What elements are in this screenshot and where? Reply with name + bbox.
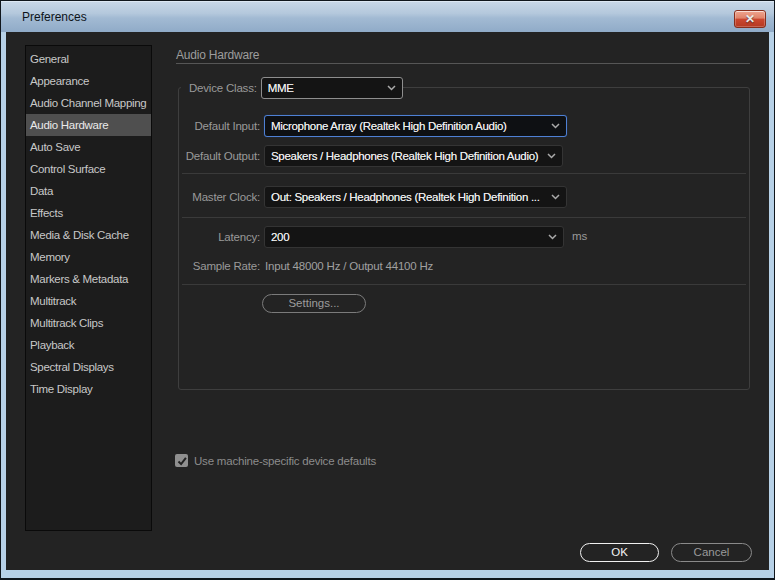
close-button[interactable]: ✕ [734,10,766,28]
master-clock-label: Master Clock: [66,186,260,208]
default-output-label: Default Output: [66,145,260,167]
machine-defaults-label: Use machine-specific device defaults [194,455,376,467]
title-divider [176,63,750,64]
latency-unit: ms [572,230,587,242]
sample-rate-label: Sample Rate: [66,255,260,277]
chevron-down-icon [547,153,556,159]
settings-button[interactable]: Settings... [262,294,366,313]
sidebar-item-playback[interactable]: Playback [26,334,151,356]
separator [182,284,746,285]
separator [182,173,746,174]
device-class-row: Device Class: MME [181,77,403,99]
device-class-label: Device Class: [189,77,261,99]
separator [182,217,746,218]
sidebar-item-audio-channel-mapping[interactable]: Audio Channel Mapping [26,92,151,114]
machine-defaults-row: Use machine-specific device defaults [175,454,376,467]
chevron-down-icon [548,234,557,240]
default-input-label: Default Input: [66,115,260,137]
sidebar-item-appearance[interactable]: Appearance [26,70,151,92]
sidebar-item-multitrack-clips[interactable]: Multitrack Clips [26,312,151,334]
dialog-content: GeneralAppearanceAudio Channel MappingAu… [6,32,769,570]
chevron-down-icon [551,194,560,200]
page-title: Audio Hardware [176,48,259,62]
latency-label: Latency: [66,226,260,248]
ok-button[interactable]: OK [580,543,659,562]
default-output-dropdown[interactable]: Speakers / Headphones (Realtek High Defi… [264,145,563,167]
sample-rate-value: Input 48000 Hz / Output 44100 Hz [265,255,433,277]
sidebar-item-spectral-displays[interactable]: Spectral Displays [26,356,151,378]
master-clock-dropdown[interactable]: Out: Speakers / Headphones (Realtek High… [264,186,567,208]
cancel-button[interactable]: Cancel [671,543,752,562]
titlebar[interactable]: Preferences [1,1,774,32]
checkbox-checked-icon[interactable] [175,454,188,467]
device-class-dropdown[interactable]: MME [261,77,403,99]
sidebar-item-time-display[interactable]: Time Display [26,378,151,400]
chevron-down-icon [387,85,396,91]
latency-dropdown[interactable]: 200 [264,226,564,248]
sidebar-item-multitrack[interactable]: Multitrack [26,290,151,312]
window-title: Preferences [22,1,87,32]
default-input-dropdown[interactable]: Microphone Array (Realtek High Definitio… [264,115,567,137]
sidebar-item-general[interactable]: General [26,48,151,70]
chevron-down-icon [551,123,560,129]
